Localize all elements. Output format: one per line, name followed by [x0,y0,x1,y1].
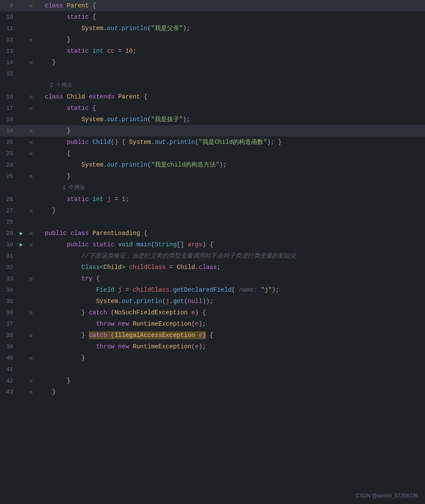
line-number: 16 [0,94,17,100]
line-number: 36 [0,310,17,316]
code-line: 9⊟ class Parent { [0,0,425,11]
code-line: 34 Field j = childClass.getDeclaredField… [0,284,425,296]
code-line: 13 static int cc = 10; [0,45,425,57]
fold-gutter[interactable]: ⊟ [26,208,36,214]
line-number: 24 [0,162,17,168]
code-content: static { [36,102,425,114]
code-content: } catch (IllegalAccessException e) { [36,330,425,341]
line-number: 38 [0,332,17,339]
fold-gutter[interactable]: ⊟ [26,231,36,236]
code-line: 1 个用法 [0,182,425,194]
fold-gutter[interactable]: ⊟ [26,333,36,338]
code-content: throw new RuntimeException(e); [36,318,425,330]
code-content: } [36,352,425,364]
line-number: 39 [0,344,17,350]
code-line: 30▶⊟ public static void main(String[] ar… [0,239,425,250]
line-number: 30 [0,242,17,248]
code-content: public class ParentLoading { [36,228,425,239]
line-number: 34 [0,287,17,293]
code-line: 31 //下面该类验证：当进行父类的类型变量调用时不会对子类进行类变量的初始化 [0,250,425,262]
code-line: 12⊟ } [0,34,425,45]
code-content: static int cc = 10; [36,45,425,57]
line-number: 12 [0,37,17,43]
code-line: 43⊟ } [0,386,425,398]
code-content: } [36,205,425,216]
code-content: } [36,125,425,136]
line-number: 43 [0,389,17,395]
code-content: 1 个用法 [36,182,425,194]
line-number: 17 [0,105,17,112]
code-content: 2 个用法 [36,79,425,91]
code-line: 42⊟ } [0,375,425,386]
line-number: 37 [0,321,17,327]
fold-gutter[interactable]: ⊟ [26,128,36,134]
fold-gutter[interactable]: ⊟ [26,310,36,316]
line-number: 32 [0,264,17,271]
code-line: 15 [0,68,425,79]
watermark: CSDN @weixin_57208136 [356,493,418,499]
line-number: 25 [0,173,17,180]
line-number: 10 [0,14,17,20]
run-gutter[interactable]: ▶ [17,230,26,237]
line-number: 33 [0,276,17,282]
fold-gutter[interactable]: ⊟ [26,355,36,361]
line-number: 23 [0,150,17,157]
fold-gutter[interactable]: ⊟ [26,106,36,111]
fold-gutter[interactable]: ⊟ [26,242,36,248]
fold-gutter[interactable]: ⊟ [26,174,36,179]
line-number: 13 [0,48,17,54]
code-content: Class<Child> childClass = Child.class; [36,262,425,273]
code-content: //下面该类验证：当进行父类的类型变量调用时不会对子类进行类变量的初始化 [36,250,425,262]
code-content: try { [36,273,425,284]
code-line: 23⊟ { [0,148,425,159]
code-line: 14⊟ } [0,57,425,68]
line-number: 40 [0,355,17,361]
fold-gutter[interactable]: ⊟ [26,378,36,384]
code-line: 27⊟ } [0,205,425,216]
fold-gutter[interactable]: ⊟ [26,60,36,65]
code-line: 35 System.out.println(j.get(null)); [0,296,425,307]
code-content: System.out.println("我是孩子"); [36,114,425,125]
line-number: 15 [0,71,17,77]
code-content: public Child() { System.out.println("我是C… [36,136,425,148]
code-content: class Child extends Parent { [36,91,425,102]
code-content: public static void main(String[] args) { [36,239,425,250]
fold-gutter[interactable]: ⊟ [26,151,36,157]
code-line: 40⊟ } [0,352,425,364]
code-line: 26 static int j = 1; [0,194,425,205]
code-line: 29▶⊟ public class ParentLoading { [0,228,425,239]
line-number: 31 [0,253,17,259]
code-content: } [36,170,425,182]
fold-gutter[interactable]: ⊟ [26,140,36,145]
code-content: static int j = 1; [36,194,425,205]
code-content: class Parent { [36,0,425,11]
line-number: 20 [0,139,17,146]
line-number: 26 [0,196,17,203]
line-number: 18 [0,116,17,123]
code-line: 38⊟ } catch (IllegalAccessException e) { [0,330,425,341]
code-line: 11 System.out.println("我是父亲"); [0,23,425,34]
fold-gutter[interactable]: ⊟ [26,3,36,9]
line-number: 27 [0,208,17,214]
code-line: 28 [0,216,425,228]
code-line: 39 throw new RuntimeException(e); [0,341,425,352]
code-line: 36⊟ } catch (NoSuchFieldException e) { [0,307,425,318]
fold-gutter[interactable]: ⊟ [26,94,36,100]
code-line: 37 throw new RuntimeException(e); [0,318,425,330]
code-content: static { [36,11,425,23]
code-line: 24 System.out.println("我是child的构造方法"); [0,159,425,170]
fold-gutter[interactable]: ⊟ [26,276,36,282]
run-gutter[interactable]: ▶ [17,241,26,248]
code-line: 10 static { [0,11,425,23]
line-number: 41 [0,366,17,373]
code-line: 19⊟ } [0,125,425,136]
code-editor: 9⊟ class Parent {10 static {11 System.ou… [0,0,425,398]
code-content: Field j = childClass.getDeclaredField( n… [36,284,425,296]
fold-gutter[interactable]: ⊟ [26,389,36,395]
code-line: 2 个用法 [0,79,425,91]
code-line: 32 Class<Child> childClass = Child.class… [0,262,425,273]
code-content: } [36,386,425,398]
code-line: 18 System.out.println("我是孩子"); [0,114,425,125]
fold-gutter[interactable]: ⊟ [26,37,36,43]
line-number: 14 [0,59,17,66]
